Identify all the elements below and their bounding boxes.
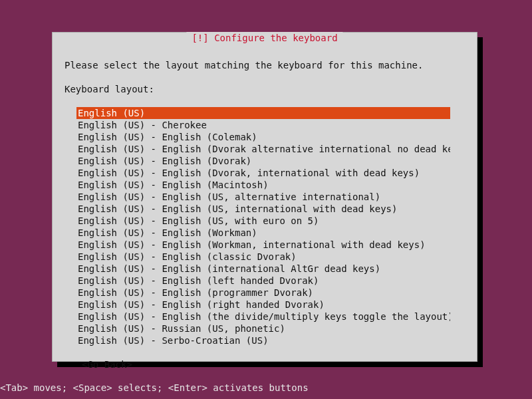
layout-option[interactable]: English (US) - English (Dvorak) xyxy=(76,155,450,167)
layout-option[interactable]: English (US) - English (right handed Dvo… xyxy=(76,299,450,311)
layout-option[interactable]: English (US) - Russian (US, phonetic) xyxy=(76,323,450,334)
layout-label: Keyboard layout: xyxy=(65,83,465,95)
layout-option[interactable]: English (US) - English (international Al… xyxy=(76,263,450,275)
layout-option[interactable]: English (US) - English (the divide/multi… xyxy=(76,311,450,323)
layout-option[interactable]: English (US) - English (Workman) xyxy=(76,227,450,239)
dialog-content: Please select the layout matching the ke… xyxy=(53,38,477,370)
layout-option[interactable]: English (US) - English (US, alternative … xyxy=(76,191,450,203)
layout-list[interactable]: English (US)English (US) - CherokeeEngli… xyxy=(76,107,450,346)
layout-option[interactable]: English (US) - English (Workman, interna… xyxy=(76,239,450,251)
layout-option[interactable]: English (US) - English (US, with euro on… xyxy=(76,215,450,227)
layout-option[interactable]: English (US) - English (Dvorak alternati… xyxy=(76,143,450,155)
go-back-button[interactable]: <Go Back> xyxy=(82,358,132,370)
layout-option[interactable]: English (US) - English (classic Dvorak) xyxy=(76,251,450,263)
layout-option[interactable]: English (US) - English (Dvorak, internat… xyxy=(76,167,450,179)
hint-bar: <Tab> moves; <Space> selects; <Enter> ac… xyxy=(0,382,309,394)
layout-option[interactable]: English (US) - Cherokee xyxy=(76,119,450,131)
layout-option[interactable]: English (US) - English (left handed Dvor… xyxy=(76,275,450,287)
layout-option[interactable]: English (US) - English (Macintosh) xyxy=(76,179,450,191)
layout-option[interactable]: English (US) xyxy=(76,107,450,119)
dialog-title: [!] Configure the keyboard xyxy=(186,32,342,44)
layout-option[interactable]: English (US) - English (programmer Dvora… xyxy=(76,287,450,299)
layout-option[interactable]: English (US) - English (Colemak) xyxy=(76,131,450,143)
layout-option[interactable]: English (US) - Serbo-Croatian (US) xyxy=(76,334,450,346)
dialog-box: [!] Configure the keyboard Please select… xyxy=(52,32,477,362)
layout-option[interactable]: English (US) - English (US, internationa… xyxy=(76,203,450,215)
instruction-text: Please select the layout matching the ke… xyxy=(65,59,465,71)
